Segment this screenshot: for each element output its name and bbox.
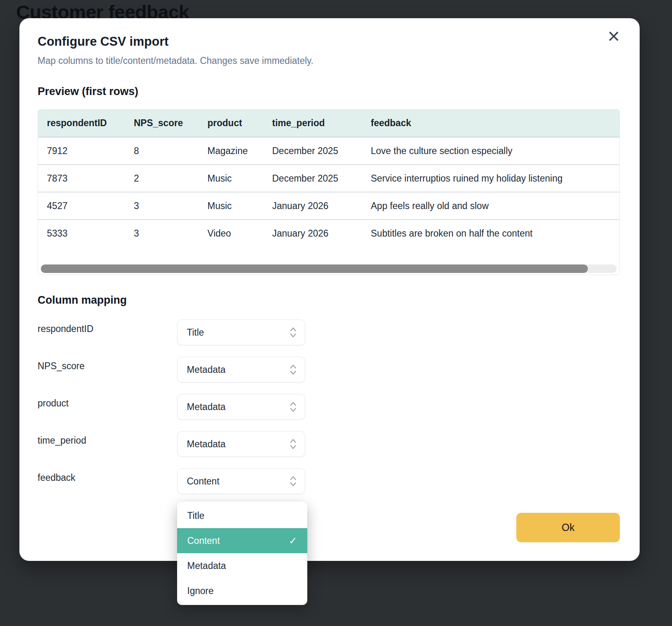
column-header: NPS_score <box>125 110 199 137</box>
dropdown-option-content[interactable]: Content ✓ <box>177 528 307 553</box>
option-label: Content <box>187 535 220 546</box>
dialog-subtitle: Map columns to title/content/metadata. C… <box>38 55 313 66</box>
column-header: time_period <box>263 110 362 137</box>
chevron-updown-icon <box>290 400 297 413</box>
table-row: 7912 8 Magazine December 2025 Love the c… <box>38 137 620 165</box>
mapping-dropdown-menu: Title Content ✓ Metadata Ignore <box>177 501 307 605</box>
horizontal-scrollbar-thumb[interactable] <box>41 264 588 273</box>
selected-value: Metadata <box>187 439 226 450</box>
horizontal-scrollbar-track[interactable] <box>41 264 617 273</box>
mapping-row: NPS_score Metadata <box>38 357 361 383</box>
mapping-row: time_period Metadata <box>38 431 361 457</box>
column-mapping-list: respondentID Title NPS_score Metadata pr… <box>38 319 361 505</box>
table-cell: 7912 <box>38 137 125 165</box>
table-cell: Video <box>199 220 263 247</box>
chevron-updown-icon <box>290 475 297 488</box>
column-mapping-heading: Column mapping <box>38 294 127 307</box>
mapping-column-label: feedback <box>38 468 177 483</box>
selected-value: Content <box>187 476 220 487</box>
mapping-select-feedback[interactable]: Content <box>177 468 305 494</box>
close-icon[interactable]: × <box>603 25 624 47</box>
table-cell: Service interruptios ruined my holiday l… <box>362 165 620 192</box>
table-cell: 2 <box>125 165 199 192</box>
chevron-updown-icon <box>290 363 297 376</box>
mapping-column-label: respondentID <box>38 319 177 334</box>
table-cell: 3 <box>125 220 199 247</box>
table-cell: Subtitles are broken on half the content <box>362 220 620 247</box>
dropdown-option-title[interactable]: Title <box>177 503 307 528</box>
table-cell: December 2025 <box>263 165 362 192</box>
table-cell: December 2025 <box>263 137 362 165</box>
dropdown-option-metadata[interactable]: Metadata <box>177 553 307 578</box>
table-cell: 3 <box>125 192 199 220</box>
chevron-updown-icon <box>290 326 297 339</box>
option-label: Metadata <box>187 560 226 571</box>
table-cell: 7873 <box>38 165 125 192</box>
mapping-select-respondentid[interactable]: Title <box>177 319 305 345</box>
table-header-row: respondentID NPS_score product time_peri… <box>38 110 620 137</box>
option-label: Ignore <box>187 586 213 596</box>
table-cell: 5333 <box>38 220 125 247</box>
check-icon: ✓ <box>289 535 297 547</box>
table-row: 7873 2 Music December 2025 Service inter… <box>38 165 620 192</box>
column-header: product <box>199 110 263 137</box>
mapping-row: feedback Content <box>38 468 361 494</box>
table-cell: App feels really old and slow <box>362 192 620 220</box>
csv-import-dialog: × Configure CSV import Map columns to ti… <box>19 18 640 561</box>
mapping-row: product Metadata <box>38 394 361 420</box>
mapping-column-label: NPS_score <box>38 357 177 372</box>
table-cell: January 2026 <box>263 220 362 247</box>
selected-value: Metadata <box>187 364 226 375</box>
mapping-select-time-period[interactable]: Metadata <box>177 431 305 457</box>
preview-table-container: respondentID NPS_score product time_peri… <box>38 109 620 275</box>
table-cell: Music <box>199 192 263 220</box>
selected-value: Metadata <box>187 402 226 412</box>
dropdown-option-ignore[interactable]: Ignore <box>177 578 307 603</box>
table-row: 4527 3 Music January 2026 App feels real… <box>38 192 620 220</box>
column-header: respondentID <box>38 110 125 137</box>
table-cell: Music <box>199 165 263 192</box>
mapping-row: respondentID Title <box>38 319 361 345</box>
mapping-select-product[interactable]: Metadata <box>177 394 305 420</box>
table-cell: 4527 <box>38 192 125 220</box>
chevron-updown-icon <box>290 438 297 450</box>
table-cell: Love the culture section especially <box>362 137 620 165</box>
table-cell: 8 <box>125 137 199 165</box>
dialog-title: Configure CSV import <box>38 34 169 49</box>
mapping-select-nps-score[interactable]: Metadata <box>177 357 305 383</box>
ok-button[interactable]: Ok <box>516 513 620 542</box>
table-cell: Magazine <box>199 137 263 165</box>
preview-heading: Preview (first rows) <box>38 85 138 98</box>
selected-value: Title <box>187 327 204 338</box>
option-label: Title <box>187 510 205 521</box>
column-header: feedback <box>362 110 620 137</box>
table-row: 5333 3 Video January 2026 Subtitles are … <box>38 220 620 247</box>
preview-table: respondentID NPS_score product time_peri… <box>38 110 620 247</box>
table-cell: January 2026 <box>263 192 362 220</box>
mapping-column-label: time_period <box>38 431 177 446</box>
mapping-column-label: product <box>38 394 177 409</box>
